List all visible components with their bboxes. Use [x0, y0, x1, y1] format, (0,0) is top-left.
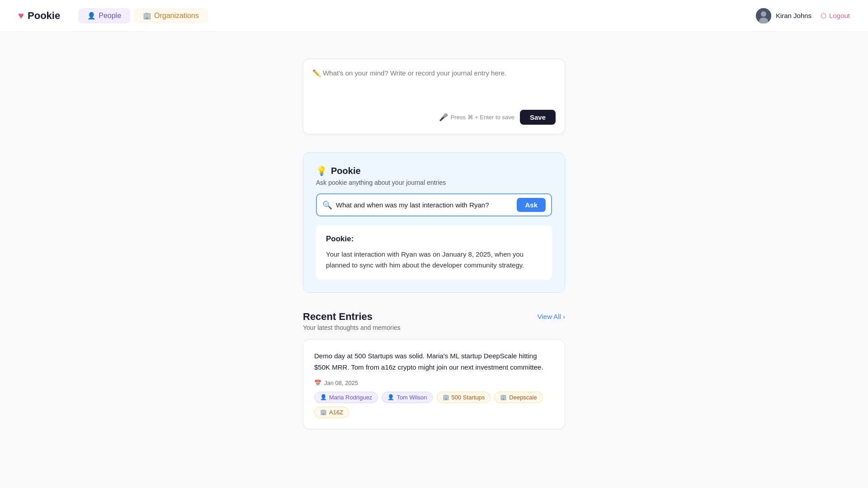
entry-date-text: Jan 08, 2025: [324, 380, 358, 386]
pookie-response-text: Your last interaction with Ryan was on J…: [326, 249, 542, 271]
svg-point-1: [761, 11, 766, 17]
pookie-header: 💡 Pookie: [316, 165, 552, 176]
tag-label: Maria Rodriguez: [329, 394, 372, 401]
tag-label: A16Z: [329, 409, 343, 416]
tag-label: Tom Wilson: [396, 394, 427, 401]
nav-orgs-button[interactable]: 🏢 Organizations: [134, 8, 208, 23]
journal-footer: 🎤 Press ⌘ + Enter to save Save: [312, 110, 556, 125]
logout-icon: ⬡: [821, 12, 826, 20]
pookie-response: Pookie: Your last interaction with Ryan …: [316, 225, 552, 280]
journal-card: 🎤 Press ⌘ + Enter to save Save: [303, 59, 565, 134]
tags-row: 👤Maria Rodriguez👤Tom Wilson🏢500 Startups…: [314, 392, 554, 418]
org-tag-icon: 🏢: [320, 409, 327, 415]
view-all-label: View All: [538, 313, 561, 320]
person-tag-icon: 👤: [320, 394, 327, 400]
keyboard-hint-text: Press ⌘ + Enter to save: [451, 114, 514, 121]
pookie-card: 💡 Pookie Ask pookie anything about your …: [303, 152, 565, 293]
tag-label: 500 Startups: [452, 394, 485, 401]
app-name: Pookie: [28, 10, 60, 22]
calendar-icon: 📅: [314, 380, 321, 386]
nav-orgs-label: Organizations: [154, 12, 199, 20]
recent-subtitle: Your latest thoughts and memories: [303, 324, 401, 331]
chevron-right-icon: ›: [563, 313, 565, 320]
orgs-icon: 🏢: [143, 12, 151, 20]
recent-header-left: Recent Entries Your latest thoughts and …: [303, 311, 401, 331]
nav-people-label: People: [99, 12, 121, 20]
entry-text: Demo day at 500 Startups was solid. Mari…: [314, 351, 554, 373]
people-icon: 👤: [87, 12, 96, 20]
avatar: [756, 8, 771, 23]
search-icon: 🔍: [322, 200, 332, 210]
app-logo: ♥ Pookie: [18, 10, 60, 22]
logout-label: Logout: [829, 12, 850, 19]
recent-section: Recent Entries Your latest thoughts and …: [303, 311, 565, 429]
heart-icon: ♥: [18, 10, 24, 22]
org-tag-icon: 🏢: [500, 394, 507, 400]
ask-input[interactable]: [336, 201, 513, 209]
navbar: ♥ Pookie 👤 People 🏢 Organizations Kiran …: [0, 0, 868, 32]
org-tag-icon: 🏢: [443, 394, 449, 400]
main-content: 🎤 Press ⌘ + Enter to save Save 💡 Pookie …: [0, 32, 868, 456]
ask-button[interactable]: Ask: [517, 198, 546, 212]
ask-row: 🔍 Ask: [316, 193, 552, 216]
pookie-subtitle: Ask pookie anything about your journal e…: [316, 179, 552, 186]
entry-card: Demo day at 500 Startups was solid. Mari…: [303, 339, 565, 429]
recent-title: Recent Entries: [303, 311, 401, 323]
person-tag-icon: 👤: [387, 394, 394, 400]
pookie-response-title: Pookie:: [326, 235, 542, 244]
journal-textarea[interactable]: [312, 68, 556, 104]
tag-tom-wilson[interactable]: 👤Tom Wilson: [382, 392, 433, 403]
nav-right: Kiran Johns ⬡ Logout: [756, 8, 850, 23]
tag-maria-rodriguez[interactable]: 👤Maria Rodriguez: [314, 392, 378, 403]
tag-label: Deepscale: [509, 394, 537, 401]
recent-header: Recent Entries Your latest thoughts and …: [303, 311, 565, 331]
nav-links: 👤 People 🏢 Organizations: [78, 8, 756, 23]
save-button[interactable]: Save: [520, 110, 556, 125]
user-name: Kiran Johns: [776, 12, 811, 19]
nav-people-button[interactable]: 👤 People: [78, 8, 130, 23]
view-all-button[interactable]: View All ›: [538, 313, 565, 320]
tag-a16z[interactable]: 🏢A16Z: [314, 407, 349, 418]
mic-icon: 🎤: [439, 113, 448, 122]
user-info: Kiran Johns: [756, 8, 811, 23]
entry-date: 📅 Jan 08, 2025: [314, 380, 554, 386]
lightbulb-icon: 💡: [316, 165, 327, 176]
pookie-title: Pookie: [331, 166, 361, 176]
tag-deepscale[interactable]: 🏢Deepscale: [494, 392, 542, 403]
logout-button[interactable]: ⬡ Logout: [821, 12, 850, 20]
keyboard-hint: 🎤 Press ⌘ + Enter to save: [439, 113, 514, 122]
tag-500-startups[interactable]: 🏢500 Startups: [437, 392, 491, 403]
